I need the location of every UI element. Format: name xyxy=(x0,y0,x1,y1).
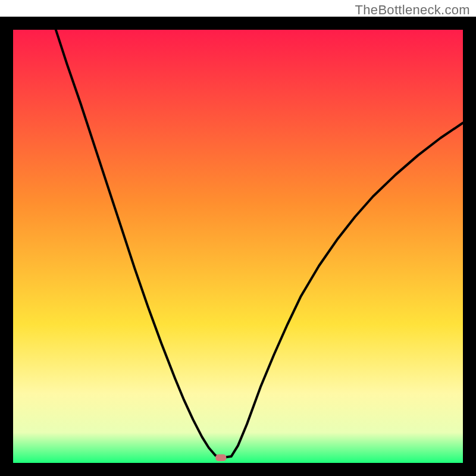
optimal-point-marker xyxy=(215,454,226,461)
plot-background xyxy=(13,30,463,463)
chart-container: TheBottleneck.com xyxy=(0,0,476,476)
bottleneck-chart xyxy=(0,0,476,476)
watermark-text: TheBottleneck.com xyxy=(355,2,470,18)
